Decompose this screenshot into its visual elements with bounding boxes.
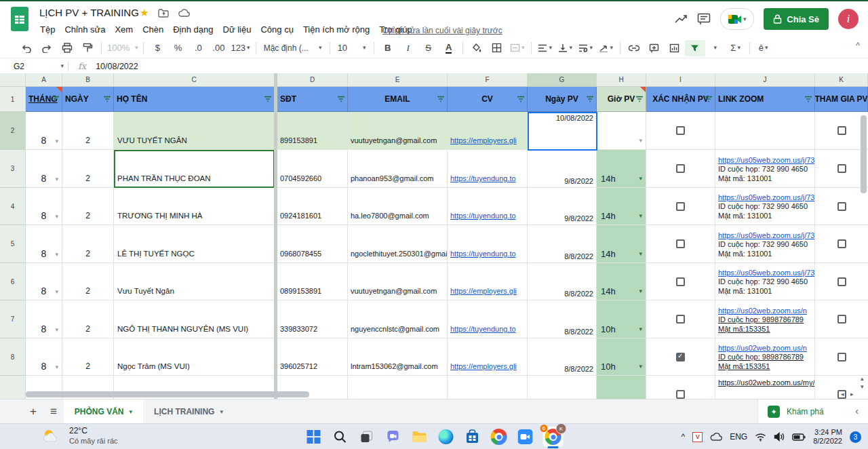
collapse-panel-arrow[interactable]: ‹: [855, 406, 859, 416]
ultraviewer-tray-icon[interactable]: V: [692, 432, 703, 442]
cv-link-row4[interactable]: https://tuyendung.to: [450, 212, 516, 220]
strikethrough-button[interactable]: S: [418, 40, 439, 56]
decrease-decimals-button[interactable]: .0: [188, 40, 208, 56]
teams-chat-button[interactable]: [384, 428, 402, 446]
cell-H9[interactable]: [597, 376, 646, 399]
cell-H4[interactable]: 14h▾: [597, 188, 646, 225]
checkbox-join-row4[interactable]: [837, 202, 846, 211]
cell-J9[interactable]: https://us02web.zoom.us/my/: [715, 376, 815, 399]
filter-icon[interactable]: [264, 95, 272, 103]
cell-K4[interactable]: [815, 188, 868, 225]
cell-A3[interactable]: 8▾: [26, 150, 62, 188]
increase-decimals-button[interactable]: .00: [208, 40, 229, 56]
cell-E5[interactable]: ngoclethituyet.250301@gmail.c: [348, 225, 448, 263]
menu-data[interactable]: Dữ liệu: [218, 22, 256, 37]
battery-icon[interactable]: [792, 433, 806, 441]
microsoft-store-button[interactable]: [464, 428, 481, 446]
cell-J3[interactable]: https://us05web.zoom.us/j/73ID cuộc họp:…: [715, 150, 815, 188]
cell-A5[interactable]: 8▾: [26, 225, 62, 263]
font-select[interactable]: Mặc định (...▾: [260, 40, 326, 56]
cell-C7[interactable]: NGÔ THỊ THANH NGUYÊN (MS VUI): [114, 300, 275, 338]
cell-D3[interactable]: 0704592660: [277, 150, 348, 188]
insert-link-button[interactable]: [624, 40, 644, 56]
col-header-J[interactable]: J: [715, 73, 815, 87]
row-header-4[interactable]: 4: [0, 188, 26, 225]
borders-button[interactable]: [487, 40, 507, 56]
cell-B6[interactable]: 2: [62, 263, 114, 300]
text-color-button[interactable]: A: [439, 40, 459, 56]
document-title[interactable]: LỊCH PV + TRAINING: [39, 7, 139, 18]
format-currency-button[interactable]: $: [147, 40, 167, 56]
undo-button[interactable]: [16, 40, 37, 56]
cell-H3[interactable]: 14h▾: [597, 150, 646, 188]
cell-H8[interactable]: 10h▾: [597, 338, 646, 376]
cell-I7[interactable]: [646, 300, 715, 338]
zoom-link-row3[interactable]: https://us05web.zoom.us/j/73: [718, 156, 812, 165]
scroll-up-icon[interactable]: ▴: [861, 375, 867, 382]
cell-C2[interactable]: VƯU TUYẾT NGÂN: [114, 112, 275, 150]
row-header-6[interactable]: 6: [0, 263, 26, 300]
cell-J5[interactable]: https://us05web.zoom.us/j/73ID cuộc họp:…: [715, 225, 815, 263]
tray-expand-button[interactable]: ^: [682, 432, 686, 442]
month-dropdown-icon[interactable]: ▾: [55, 327, 58, 333]
cell-F8[interactable]: https://employers.gli: [448, 338, 528, 376]
more-formats-button[interactable]: 123▾: [229, 40, 252, 56]
month-dropdown-icon[interactable]: ▾: [55, 364, 58, 370]
cell-F5[interactable]: https://tuyendung.to: [448, 225, 528, 263]
time-dropdown-icon[interactable]: ▾: [639, 288, 642, 294]
cell-I6[interactable]: [646, 263, 715, 300]
cell-J7[interactable]: https://us02web.zoom.us/nID cuộc họp: 98…: [715, 300, 815, 338]
cell-C8[interactable]: Ngọc Trâm (MS VUI): [114, 338, 275, 376]
cell-G4[interactable]: 9/8/2022: [528, 188, 597, 225]
checkbox-join-row2[interactable]: [837, 126, 846, 135]
row-header-5[interactable]: 5: [0, 225, 26, 263]
cell-C6[interactable]: Vưu Tuyết Ngân: [114, 263, 275, 300]
wifi-icon[interactable]: [755, 433, 766, 442]
add-sheet-button[interactable]: +: [23, 405, 43, 418]
cell-D4[interactable]: 0924181601: [277, 188, 348, 225]
month-dropdown-icon[interactable]: ▾: [55, 176, 58, 182]
format-percent-button[interactable]: %: [167, 40, 188, 56]
checkbox-confirm-row7[interactable]: [676, 315, 685, 324]
star-icon[interactable]: ★: [140, 7, 149, 18]
grid-corner[interactable]: [0, 73, 26, 87]
italic-button[interactable]: I: [398, 40, 418, 56]
cell-K8[interactable]: [815, 338, 868, 376]
cell-E9[interactable]: [348, 376, 448, 399]
cell-J6[interactable]: https://us05web.zoom.us/j/73ID cuộc họp:…: [715, 263, 815, 300]
zoom-link-row5[interactable]: https://us05web.zoom.us/j/73: [718, 231, 812, 241]
scroll-down-icon[interactable]: ▾: [861, 383, 867, 390]
cell-H6[interactable]: 14h▾: [597, 263, 646, 300]
cell-I4[interactable]: [646, 188, 715, 225]
cell-H7[interactable]: 10h▾: [597, 300, 646, 338]
zoom-link-row8[interactable]: https://us02web.zoom.us/n: [718, 344, 812, 353]
checkbox-confirm-row2[interactable]: [676, 126, 685, 135]
cell-F7[interactable]: https://tuyendung.to: [448, 300, 528, 338]
cell-D2[interactable]: 899153891: [277, 112, 348, 150]
cell-B2[interactable]: 2: [62, 112, 114, 150]
cell-E6[interactable]: vuutuyetngan@gmail.com: [348, 263, 448, 300]
cell-D5[interactable]: 0968078455: [277, 225, 348, 263]
menu-file[interactable]: Tệp: [35, 22, 60, 37]
volume-icon[interactable]: [774, 432, 785, 442]
cell-B3[interactable]: 2: [62, 150, 114, 188]
col-header-C[interactable]: C: [114, 73, 275, 87]
cell-A6[interactable]: 8▾: [26, 263, 62, 300]
col-header-F[interactable]: F: [448, 73, 528, 87]
cell-B7[interactable]: 2: [62, 300, 114, 338]
cell-C3[interactable]: PHAN TRẦN THỤC ĐOAN: [114, 150, 275, 188]
checkbox-join-row3[interactable]: [837, 164, 846, 173]
row-header-2[interactable]: 2: [0, 112, 26, 150]
cell-G5[interactable]: 8/8/2022: [528, 225, 597, 263]
explore-icon[interactable]: ✦: [768, 406, 780, 418]
month-dropdown-icon[interactable]: ▾: [55, 252, 58, 258]
sheets-logo-icon[interactable]: [10, 6, 29, 32]
create-filter-button[interactable]: [685, 40, 705, 56]
zoom-select[interactable]: 100% ▾: [105, 40, 140, 56]
cell-I8[interactable]: [646, 338, 715, 376]
checkbox-join-row8[interactable]: [837, 353, 846, 362]
col-header-I[interactable]: I: [646, 73, 715, 87]
cell-A4[interactable]: 8▾: [26, 188, 62, 225]
filter-views-caret[interactable]: ▾: [705, 40, 726, 56]
checkbox-join-row5[interactable]: [837, 239, 846, 248]
